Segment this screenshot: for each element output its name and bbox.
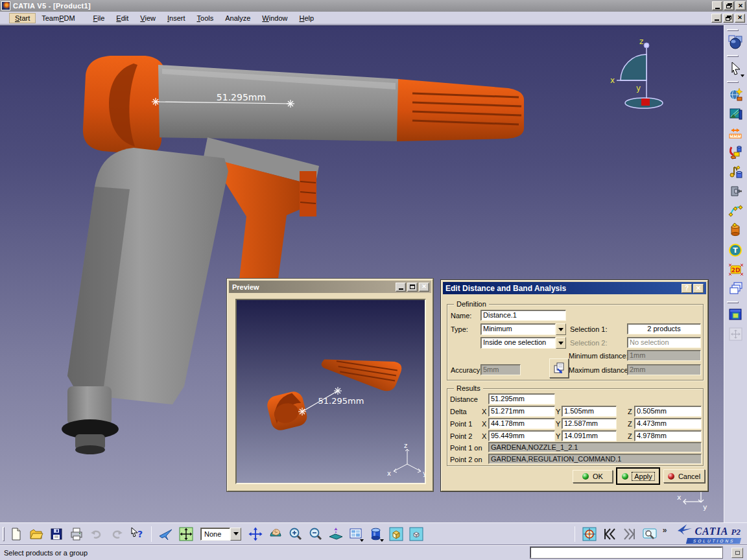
fly-mode-icon[interactable] [158, 526, 174, 542]
preview-title-bar[interactable]: Preview ✕ [229, 281, 431, 293]
zoom-in-icon[interactable] [287, 526, 304, 542]
point2-label: Point 2 [450, 432, 472, 440]
dialog-help-button[interactable]: ? [682, 284, 692, 293]
save-icon[interactable] [48, 526, 65, 542]
magnet-parts-icon[interactable] [727, 144, 745, 162]
apply-button[interactable]: Apply [617, 468, 659, 484]
ok-button[interactable]: OK [573, 470, 613, 483]
mode-combo[interactable]: Inside one selection [480, 337, 566, 349]
overflow-chevron-icon[interactable]: » [663, 526, 667, 535]
status-bar: Select products or a group [0, 544, 747, 560]
point1-y-field: 12.587mm [562, 418, 617, 429]
menu-view[interactable]: View [134, 13, 161, 23]
jump-first-icon[interactable] [601, 526, 618, 542]
cylinder-icon[interactable] [727, 222, 745, 240]
menu-bar: Start TeamPDM File Edit View Insert Tool… [0, 12, 747, 25]
menu-window[interactable]: Window [256, 13, 293, 23]
menu-teampdm[interactable]: TeamPDM [36, 13, 80, 23]
swap-visible-icon[interactable] [408, 526, 425, 542]
point1-on-field: GARDENA,NOZZLE_1_2.1 [488, 442, 702, 452]
undo-icon[interactable] [88, 526, 105, 542]
preview-viewport[interactable]: 51.295mm z x y [235, 299, 426, 484]
minimize-button[interactable] [712, 1, 722, 10]
open-folder-icon[interactable] [28, 526, 45, 542]
menu-file[interactable]: File [88, 13, 111, 23]
type-combo[interactable]: Minimum [480, 323, 566, 335]
menu-help[interactable]: Help [293, 13, 320, 23]
zoom-window-icon[interactable] [641, 526, 658, 542]
render-style-icon[interactable] [368, 526, 385, 542]
combo-arrow-icon[interactable] [230, 528, 241, 541]
restore-button[interactable] [724, 1, 734, 10]
chevron-down-icon[interactable] [360, 539, 364, 542]
2d-box-icon[interactable]: 2D [727, 261, 745, 279]
menu-start[interactable]: Start [9, 13, 36, 23]
hose-connector[interactable] [67, 386, 112, 425]
dialog-title-bar[interactable]: Edit Distance and Band Analysis ? ✕ [443, 282, 706, 294]
fit-all-icon[interactable] [178, 526, 195, 542]
toolbar-grip[interactable] [727, 301, 739, 303]
crosshair-grid-icon[interactable] [727, 325, 745, 344]
command-input[interactable] [530, 547, 722, 558]
measure-ruler-icon[interactable] [727, 124, 745, 143]
doc-restore-button[interactable] [723, 14, 733, 23]
redo-icon[interactable] [108, 526, 125, 542]
close-button[interactable]: ✕ [735, 1, 746, 10]
nozzle-tip[interactable] [397, 79, 524, 141]
pan-icon[interactable] [247, 526, 264, 542]
preview-close-button[interactable]: ✕ [419, 283, 429, 292]
menu-analyze[interactable]: Analyze [219, 13, 256, 23]
status-panel-button[interactable] [731, 548, 743, 558]
doc-close-button[interactable]: ✕ [735, 14, 745, 23]
new-document-icon[interactable] [8, 526, 25, 542]
menu-edit[interactable]: Edit [110, 13, 134, 23]
preview-minimize-button[interactable] [396, 283, 406, 292]
chevron-down-icon[interactable] [741, 75, 744, 77]
arc-spline-icon[interactable] [727, 202, 745, 220]
zoom-out-icon[interactable] [307, 526, 324, 542]
doc-minimize-button[interactable] [711, 14, 722, 23]
window-stack-icon[interactable] [727, 280, 745, 298]
rotate-icon[interactable] [267, 526, 284, 542]
selection1-field[interactable]: 2 products [627, 323, 701, 334]
window-inner-square-icon[interactable] [727, 306, 745, 324]
circle-t-icon[interactable]: T [727, 241, 745, 259]
context-help-icon[interactable]: ? [128, 526, 145, 542]
menu-tools[interactable]: Tools [191, 13, 220, 23]
none-combo[interactable]: None [200, 528, 241, 541]
normal-view-icon[interactable] [327, 526, 344, 542]
preview-maximize-button[interactable] [407, 283, 418, 292]
hide-show-icon[interactable] [388, 526, 405, 542]
note-parts-icon[interactable] [727, 163, 745, 181]
center-target-icon[interactable] [581, 526, 598, 542]
toolbar-grip[interactable] [727, 29, 739, 31]
dialog-close-button[interactable]: ✕ [693, 284, 704, 293]
print-icon[interactable] [68, 526, 85, 542]
definition-legend: Definition [454, 300, 489, 308]
minimum-distance-label: Minimum distance: [569, 352, 628, 360]
combo-arrow-icon[interactable] [556, 337, 566, 349]
toolbar-grip[interactable] [727, 55, 739, 57]
name-field[interactable]: Distance.1 [480, 310, 566, 321]
results-display-button[interactable] [549, 358, 569, 378]
selection1-label: Selection 1: [570, 325, 607, 333]
cursor-arrow-icon[interactable] [727, 60, 745, 78]
jump-last-icon[interactable] [621, 526, 638, 542]
toolbar-grip[interactable] [3, 527, 5, 541]
preview-y-label: y [423, 470, 425, 477]
picture-frame-icon[interactable] [727, 105, 745, 123]
catia-app-icon[interactable] [1, 1, 10, 10]
globe-star-icon[interactable] [727, 86, 745, 104]
chevron-down-icon[interactable] [380, 539, 384, 542]
trigger-spring[interactable] [300, 171, 316, 216]
triad-x-label: x [677, 493, 682, 502]
view-compass[interactable]: z x y [610, 37, 663, 108]
toolbar-grip[interactable] [727, 81, 739, 83]
combo-arrow-icon[interactable] [556, 323, 566, 335]
title-bar[interactable]: CATIA V5 - [Product1] ✕ [0, 0, 747, 12]
cancel-button[interactable]: Cancel [663, 469, 705, 483]
sphere-squares-icon[interactable] [727, 34, 745, 52]
clamp-icon[interactable] [727, 183, 745, 201]
menu-insert[interactable]: Insert [161, 13, 191, 23]
quick-view-icon[interactable] [348, 526, 364, 542]
